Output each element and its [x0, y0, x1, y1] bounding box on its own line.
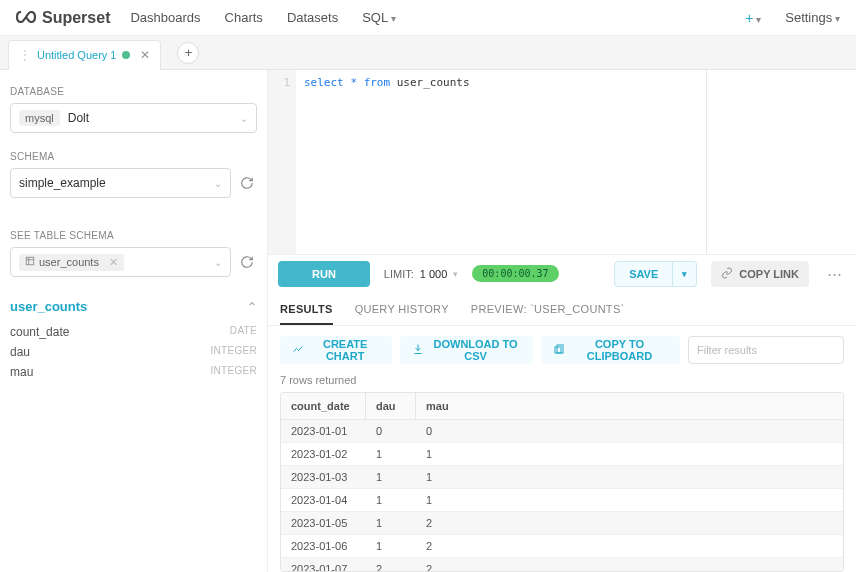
results-table: count_date dau mau 2023-01-0100 2023-01-… [280, 392, 844, 572]
content-area: 1 select * from user_counts RUN LIMIT: 1… [268, 70, 856, 572]
save-button[interactable]: SAVE [614, 261, 673, 287]
table-header-row: count_date dau mau [281, 393, 843, 420]
link-icon [721, 267, 733, 281]
column-row: mauINTEGER [10, 362, 257, 382]
query-tab-name: Untitled Query 1 [37, 49, 116, 61]
table-row: 2023-01-0512 [281, 512, 843, 535]
result-actions: CREATE CHART DOWNLOAD TO CSV COPY TO CLI… [268, 326, 856, 374]
database-engine-pill: mysql [19, 110, 60, 126]
table-row: 2023-01-0612 [281, 535, 843, 558]
refresh-table-icon[interactable] [237, 252, 257, 272]
editor-gutter: 1 [268, 70, 296, 254]
download-csv-button[interactable]: DOWNLOAD TO CSV [400, 336, 533, 364]
database-label: DATABASE [10, 86, 257, 97]
column-row: dauINTEGER [10, 342, 257, 362]
limit-select[interactable]: LIMIT: 1 000 ▾ [384, 268, 458, 280]
chevron-down-icon: ⌄ [214, 178, 222, 189]
database-name: Dolt [68, 111, 89, 125]
query-tab[interactable]: ⋮ Untitled Query 1 ✕ [8, 40, 161, 70]
sidebar: DATABASE mysql Dolt ⌄ SCHEMA simple_exam… [0, 70, 268, 572]
col-header-count-date[interactable]: count_date [281, 393, 366, 419]
sql-editor[interactable]: 1 select * from user_counts [268, 70, 856, 255]
create-chart-button[interactable]: CREATE CHART [280, 336, 392, 364]
chevron-up-icon[interactable]: ⌃ [247, 300, 257, 314]
chart-icon [292, 343, 304, 357]
column-list: count_dateDATE dauINTEGER mauINTEGER [10, 322, 257, 382]
table-header-name: user_counts [10, 299, 87, 314]
table-row: 2023-01-0311 [281, 466, 843, 489]
top-nav: Superset Dashboards Charts Datasets SQL … [0, 0, 856, 36]
filter-results-input[interactable] [688, 336, 844, 364]
more-icon[interactable]: ⋯ [823, 265, 846, 283]
nav-charts[interactable]: Charts [225, 10, 263, 25]
add-button[interactable]: + [745, 10, 761, 26]
close-icon[interactable]: ✕ [140, 48, 150, 62]
elapsed-badge: 00:00:00.37 [472, 265, 558, 282]
tab-preview[interactable]: PREVIEW: `USER_COUNTS` [471, 297, 625, 325]
svg-rect-3 [557, 345, 563, 353]
table-row: 2023-01-0100 [281, 420, 843, 443]
download-icon [412, 343, 424, 357]
clipboard-icon [553, 343, 565, 357]
copy-clipboard-button[interactable]: COPY TO CLIPBOARD [541, 336, 680, 364]
svg-rect-4 [555, 347, 561, 353]
editor-code[interactable]: select * from user_counts [296, 70, 856, 254]
chevron-down-icon: ⌄ [240, 113, 248, 124]
schema-select[interactable]: simple_example ⌄ [10, 168, 231, 198]
table-row: 2023-01-0211 [281, 443, 843, 466]
chevron-down-icon: ⌄ [214, 257, 222, 268]
run-button[interactable]: RUN [278, 261, 370, 287]
schema-label: SCHEMA [10, 151, 257, 162]
add-tab-button[interactable]: + [177, 42, 199, 64]
database-select[interactable]: mysql Dolt ⌄ [10, 103, 257, 133]
refresh-schema-icon[interactable] [237, 173, 257, 193]
nav-dashboards[interactable]: Dashboards [130, 10, 200, 25]
editor-toolbar: RUN LIMIT: 1 000 ▾ 00:00:00.37 SAVE ▾ CO… [268, 255, 856, 293]
table-schema-header[interactable]: user_counts ⌃ [10, 299, 257, 314]
query-tab-bar: ⋮ Untitled Query 1 ✕ + [0, 36, 856, 70]
table-row: 2023-01-0411 [281, 489, 843, 512]
save-dropdown-button[interactable]: ▾ [673, 261, 697, 287]
chevron-down-icon: ▾ [453, 269, 458, 279]
infinity-icon [16, 7, 36, 28]
remove-table-icon[interactable]: ✕ [109, 256, 118, 269]
brand-name: Superset [42, 9, 110, 27]
nav-settings[interactable]: Settings [785, 10, 840, 25]
tab-query-history[interactable]: QUERY HISTORY [355, 297, 449, 325]
schema-name: simple_example [19, 176, 106, 190]
nav-datasets[interactable]: Datasets [287, 10, 338, 25]
col-header-mau[interactable]: mau [416, 393, 843, 419]
nav-sql[interactable]: SQL [362, 10, 396, 25]
table-row: 2023-01-0722 [281, 558, 843, 572]
drag-icon: ⋮ [19, 48, 31, 62]
table-icon [25, 256, 35, 268]
status-dot-icon [122, 51, 130, 59]
rows-returned-label: 7 rows returned [268, 374, 856, 392]
brand-logo[interactable]: Superset [16, 7, 110, 28]
column-row: count_dateDATE [10, 322, 257, 342]
tab-results[interactable]: RESULTS [280, 297, 333, 325]
result-tabs: RESULTS QUERY HISTORY PREVIEW: `USER_COU… [268, 293, 856, 326]
see-table-label: SEE TABLE SCHEMA [10, 230, 257, 241]
table-select[interactable]: user_counts ✕ ⌄ [10, 247, 231, 277]
copy-link-button[interactable]: COPY LINK [711, 261, 809, 287]
editor-ruler [706, 70, 707, 254]
col-header-dau[interactable]: dau [366, 393, 416, 419]
svg-rect-0 [26, 257, 34, 265]
table-selected-name: user_counts [39, 256, 99, 268]
